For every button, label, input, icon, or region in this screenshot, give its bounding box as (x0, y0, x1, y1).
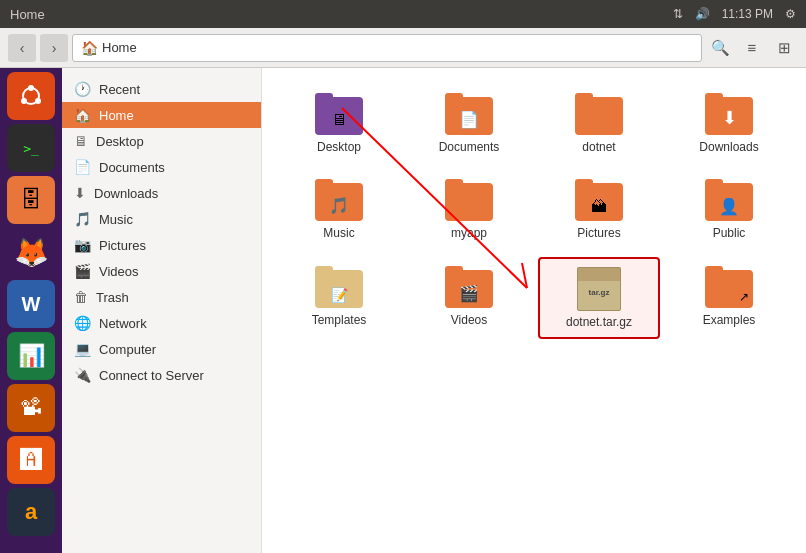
file-item-tarball[interactable]: tar.gz dotnet.tar.gz (538, 257, 660, 339)
sidebar-item-music[interactable]: 🎵 Music (62, 206, 261, 232)
file-item-videos[interactable]: 🎬 Videos (408, 257, 530, 339)
sidebar-item-connect-to-server[interactable]: 🔌 Connect to Server (62, 362, 261, 388)
sidebar-label-downloads: Downloads (94, 186, 158, 201)
downloads-folder-icon: ⬇ (703, 92, 755, 136)
music-folder-icon: 🎵 (313, 178, 365, 222)
titlebar-title: Home (10, 7, 45, 22)
titlebar: Home ⇅ 🔊 11:13 PM ⚙ (0, 0, 806, 28)
file-label-templates: Templates (312, 313, 367, 327)
file-label-documents: Documents (439, 140, 500, 154)
file-label-public: Public (713, 226, 746, 240)
documents-icon: 📄 (74, 159, 91, 175)
home-icon: 🏠 (74, 107, 91, 123)
dotnet-folder-icon (573, 92, 625, 136)
file-item-pictures[interactable]: 🏔 Pictures (538, 170, 660, 248)
svg-point-2 (28, 85, 34, 91)
sidebar-label-home: Home (99, 108, 134, 123)
search-button[interactable]: 🔍 (706, 34, 734, 62)
sidebar-label-documents: Documents (99, 160, 165, 175)
sidebar-label-desktop: Desktop (96, 134, 144, 149)
sidebar-label-videos: Videos (99, 264, 139, 279)
sidebar-item-computer[interactable]: 💻 Computer (62, 336, 261, 362)
sidebar-item-documents[interactable]: 📄 Documents (62, 154, 261, 180)
dock: >_ 🗄 🦊 W 📊 📽 🅰 a (0, 68, 62, 553)
file-grid: 🖥 Desktop 📄 Documents (278, 84, 790, 339)
sidebar-item-recent[interactable]: 🕐 Recent (62, 76, 261, 102)
file-item-music[interactable]: 🎵 Music (278, 170, 400, 248)
toolbar: ‹ › 🏠 Home 🔍 ≡ ⊞ (0, 28, 806, 68)
writer-dock-icon[interactable]: W (7, 280, 55, 328)
amazon-dock-icon[interactable]: a (7, 488, 55, 536)
file-item-myapp[interactable]: myapp (408, 170, 530, 248)
music-icon: 🎵 (74, 211, 91, 227)
files-dock-icon[interactable]: 🗄 (7, 176, 55, 224)
file-label-myapp: myapp (451, 226, 487, 240)
file-label-tarball: dotnet.tar.gz (566, 315, 632, 329)
sidebar-item-network[interactable]: 🌐 Network (62, 310, 261, 336)
forward-button[interactable]: › (40, 34, 68, 62)
firefox-dock-icon[interactable]: 🦊 (7, 228, 55, 276)
file-label-videos: Videos (451, 313, 487, 327)
ubuntu-dock-icon[interactable] (7, 72, 55, 120)
sidebar-label-network: Network (99, 316, 147, 331)
tarball-file-icon: tar.gz (573, 267, 625, 311)
templates-folder-icon: 📝 (313, 265, 365, 309)
list-view-button[interactable]: ≡ (738, 34, 766, 62)
terminal-dock-icon[interactable]: >_ (7, 124, 55, 172)
pictures-folder-icon: 🏔 (573, 178, 625, 222)
sidebar: 🕐 Recent 🏠 Home 🖥 Desktop 📄 Documents ⬇ … (62, 68, 262, 553)
sort-icon[interactable]: ⇅ (673, 7, 683, 21)
network-icon: 🌐 (74, 315, 91, 331)
computer-icon: 💻 (74, 341, 91, 357)
impress-dock-icon[interactable]: 📽 (7, 384, 55, 432)
location-bar: 🏠 Home (72, 34, 702, 62)
sidebar-item-home[interactable]: 🏠 Home (62, 102, 261, 128)
home-location-icon: 🏠 (81, 40, 98, 56)
file-item-public[interactable]: 👤 Public (668, 170, 790, 248)
content-area: >_ 🗄 🦊 W 📊 📽 🅰 a (0, 68, 806, 553)
sidebar-item-desktop[interactable]: 🖥 Desktop (62, 128, 261, 154)
toolbar-actions: 🔍 ≡ ⊞ (706, 34, 798, 62)
file-item-dotnet[interactable]: dotnet (538, 84, 660, 162)
recent-icon: 🕐 (74, 81, 91, 97)
sidebar-label-connect: Connect to Server (99, 368, 204, 383)
sidebar-label-music: Music (99, 212, 133, 227)
file-label-dotnet: dotnet (582, 140, 615, 154)
examples-folder-icon: ↗ (703, 265, 755, 309)
file-label-downloads: Downloads (699, 140, 758, 154)
sidebar-label-trash: Trash (96, 290, 129, 305)
trash-icon: 🗑 (74, 289, 88, 305)
downloads-icon: ⬇ (74, 185, 86, 201)
appstore-dock-icon[interactable]: 🅰 (7, 436, 55, 484)
file-item-desktop[interactable]: 🖥 Desktop (278, 84, 400, 162)
pictures-icon: 📷 (74, 237, 91, 253)
grid-view-button[interactable]: ⊞ (770, 34, 798, 62)
sidebar-label-recent: Recent (99, 82, 140, 97)
public-folder-icon: 👤 (703, 178, 755, 222)
sidebar-item-downloads[interactable]: ⬇ Downloads (62, 180, 261, 206)
file-item-downloads[interactable]: ⬇ Downloads (668, 84, 790, 162)
desktop-icon: 🖥 (74, 133, 88, 149)
file-area: 🖥 Desktop 📄 Documents (262, 68, 806, 553)
sidebar-item-pictures[interactable]: 📷 Pictures (62, 232, 261, 258)
sidebar-item-trash[interactable]: 🗑 Trash (62, 284, 261, 310)
titlebar-left: Home (10, 7, 45, 22)
titlebar-right: ⇅ 🔊 11:13 PM ⚙ (673, 7, 796, 21)
sound-icon[interactable]: 🔊 (695, 7, 710, 21)
file-label-desktop: Desktop (317, 140, 361, 154)
sidebar-label-computer: Computer (99, 342, 156, 357)
connect-icon: 🔌 (74, 367, 91, 383)
sidebar-item-videos[interactable]: 🎬 Videos (62, 258, 261, 284)
calc-dock-icon[interactable]: 📊 (7, 332, 55, 380)
file-item-templates[interactable]: 📝 Templates (278, 257, 400, 339)
file-label-music: Music (323, 226, 354, 240)
svg-point-3 (35, 98, 41, 104)
file-item-documents[interactable]: 📄 Documents (408, 84, 530, 162)
back-button[interactable]: ‹ (8, 34, 36, 62)
file-label-examples: Examples (703, 313, 756, 327)
settings-icon[interactable]: ⚙ (785, 7, 796, 21)
documents-folder-icon: 📄 (443, 92, 495, 136)
videos-folder-icon: 🎬 (443, 265, 495, 309)
file-item-examples[interactable]: ↗ Examples (668, 257, 790, 339)
svg-point-4 (21, 98, 27, 104)
